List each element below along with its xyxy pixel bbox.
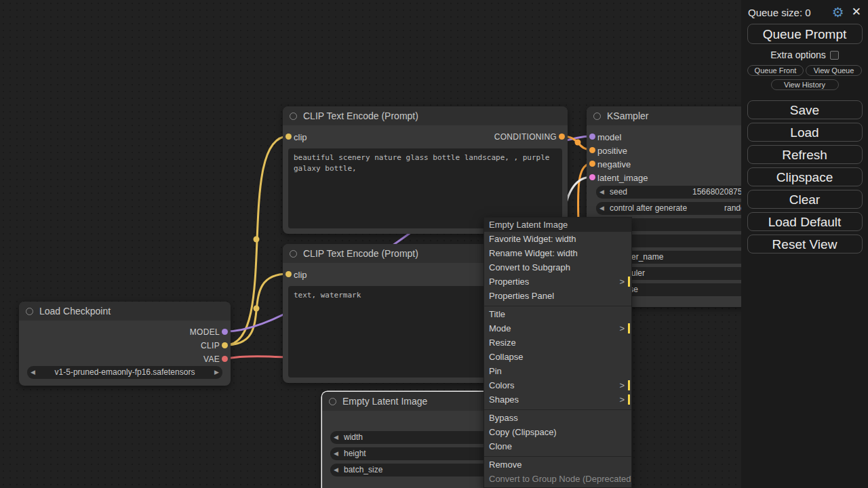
decrement-arrow-icon[interactable]: ◀ <box>334 466 338 474</box>
node-title: Empty Latent Image <box>342 396 427 407</box>
menu-item-label: Resize <box>489 338 516 348</box>
close-icon[interactable]: ✕ <box>852 5 861 19</box>
menu-item-remove[interactable]: Remove <box>484 458 631 472</box>
decrement-arrow-icon[interactable]: ◀ <box>31 369 35 376</box>
output-slot-model[interactable]: MODEL <box>19 325 231 339</box>
menu-item-label: Convert to Subgraph <box>489 262 570 272</box>
negative-input-dot[interactable] <box>589 161 595 167</box>
reset-view-button[interactable]: Reset View <box>747 235 863 253</box>
menu-item-mode[interactable]: Mode> <box>484 321 631 336</box>
menu-item-label: Rename Widget: width <box>489 248 578 258</box>
clip-input-dot[interactable] <box>285 271 292 277</box>
submenu-accent-bar <box>628 380 630 390</box>
submenu-arrow-icon: > <box>619 378 625 392</box>
menu-item-convert-to-group-node[interactable]: Convert to Group Node (Deprecated) <box>484 472 631 486</box>
menu-item-label: Mode <box>489 323 511 333</box>
widget-label: control after generate <box>610 203 687 213</box>
menu-item-resize[interactable]: Resize <box>484 336 631 350</box>
menu-item-colors[interactable]: Colors> <box>484 378 631 392</box>
slot-label: CONDITIONING <box>494 132 557 142</box>
latent-input-dot[interactable] <box>589 174 595 180</box>
menu-item-label: Clone <box>489 441 512 451</box>
menu-item-convert-to-subgraph[interactable]: Convert to Subgraph <box>484 260 631 274</box>
menu-item-label: Properties Panel <box>489 291 554 301</box>
slot-label: positive <box>597 146 627 156</box>
menu-item-label: Colors <box>489 380 515 390</box>
increment-arrow-icon[interactable]: ▶ <box>214 369 219 376</box>
view-history-button[interactable]: View History <box>771 79 839 90</box>
ckpt-name-widget[interactable]: ◀ v1-5-pruned-emaonly-fp16.safetensors ▶ <box>27 366 222 379</box>
refresh-button[interactable]: Refresh <box>747 145 863 164</box>
menu-item-label: Collapse <box>489 352 524 362</box>
view-queue-button[interactable]: View Queue <box>806 65 862 76</box>
menu-item-properties[interactable]: Properties> <box>484 274 631 289</box>
collapse-dot-icon[interactable] <box>593 113 601 120</box>
clip-input-dot[interactable] <box>285 134 292 140</box>
collapse-dot-icon[interactable] <box>290 250 297 258</box>
node-title: CLIP Text Encode (Prompt) <box>303 110 418 121</box>
wire-clip-to-positive <box>226 136 288 345</box>
menu-item-label: Pin <box>489 366 502 376</box>
menu-item-pin[interactable]: Pin <box>484 364 631 378</box>
vae-output-dot[interactable] <box>222 356 228 362</box>
widget-label: batch_size <box>344 465 382 474</box>
clip-output-dot[interactable] <box>222 342 228 348</box>
collapse-dot-icon[interactable] <box>290 113 297 120</box>
node-load-checkpoint[interactable]: Load Checkpoint MODEL CLIP VAE ◀ v1-5-pr… <box>19 302 231 386</box>
menu-divider <box>484 453 631 457</box>
slot-label: MODEL <box>190 327 220 337</box>
settings-gear-icon[interactable]: ⚙ <box>832 5 844 19</box>
clear-button[interactable]: Clear <box>747 190 863 209</box>
node-context-menu: Empty Latent Image Favorite Widget: widt… <box>484 217 632 488</box>
decrement-arrow-icon[interactable]: ◀ <box>599 188 604 196</box>
slot-label: VAE <box>203 354 220 364</box>
model-input-dot[interactable] <box>589 134 595 140</box>
graph-canvas[interactable]: Load Checkpoint MODEL CLIP VAE ◀ v1-5-pr… <box>0 0 868 488</box>
node-title: Load Checkpoint <box>39 306 111 317</box>
comfy-menu-panel: Queue size: 0 ⚙ ✕ Queue Prompt Extra opt… <box>741 0 868 488</box>
decrement-arrow-icon[interactable]: ◀ <box>334 434 338 441</box>
save-button[interactable]: Save <box>747 100 863 119</box>
menu-item-clone[interactable]: Clone <box>484 439 631 453</box>
node-title-bar[interactable]: CLIP Text Encode (Prompt) <box>283 106 568 125</box>
decrement-arrow-icon[interactable]: ◀ <box>599 205 604 212</box>
extra-options-checkbox[interactable] <box>830 51 839 60</box>
decrement-arrow-icon[interactable]: ◀ <box>334 450 338 458</box>
menu-item-label: Convert to Group Node (Deprecated) <box>489 474 631 484</box>
menu-item-collapse[interactable]: Collapse <box>484 350 631 364</box>
menu-item-label: Shapes <box>489 394 519 405</box>
menu-item-shapes[interactable]: Shapes> <box>484 392 631 407</box>
positive-input-dot[interactable] <box>589 147 595 153</box>
menu-item-bypass[interactable]: Bypass <box>484 411 631 425</box>
conditioning-output-dot[interactable] <box>559 134 565 140</box>
menu-item-properties-panel[interactable]: Properties Panel <box>484 289 631 303</box>
load-button[interactable]: Load <box>747 123 863 142</box>
extra-options-row: Extra options <box>741 49 868 60</box>
slot-row: clip CONDITIONING <box>283 130 568 144</box>
menu-item-copy-clipspace[interactable]: Copy (Clipspace) <box>484 425 631 439</box>
widget-label: height <box>344 449 366 458</box>
output-slot-vae[interactable]: VAE <box>19 352 231 366</box>
menu-item-rename-widget[interactable]: Rename Widget: width <box>484 246 631 260</box>
queue-front-button[interactable]: Queue Front <box>747 65 804 76</box>
load-default-button[interactable]: Load Default <box>747 212 863 231</box>
collapse-dot-icon[interactable] <box>329 398 336 405</box>
collapse-dot-icon[interactable] <box>26 308 33 315</box>
node-clip-text-encode-positive[interactable]: CLIP Text Encode (Prompt) clip CONDITION… <box>283 106 568 234</box>
node-title-bar[interactable]: Load Checkpoint <box>19 302 231 321</box>
output-slot-clip[interactable]: CLIP <box>19 339 231 352</box>
submenu-accent-bar <box>628 323 630 333</box>
queue-prompt-button[interactable]: Queue Prompt <box>747 24 863 44</box>
menu-item-label: Favorite Widget: width <box>489 234 576 244</box>
widget-label: width <box>344 432 363 442</box>
menu-item-label: Bypass <box>489 413 518 423</box>
slot-label: clip <box>294 132 307 142</box>
submenu-accent-bar <box>628 394 630 405</box>
clipspace-button[interactable]: Clipspace <box>747 167 863 186</box>
menu-item-favorite-widget[interactable]: Favorite Widget: width <box>484 232 631 246</box>
submenu-accent-bar <box>628 277 630 287</box>
menu-item-title[interactable]: Title <box>484 307 631 321</box>
slot-label: CLIP <box>201 341 220 350</box>
ckpt-name-value: v1-5-pruned-emaonly-fp16.safetensors <box>39 367 210 377</box>
model-output-dot[interactable] <box>222 329 228 335</box>
